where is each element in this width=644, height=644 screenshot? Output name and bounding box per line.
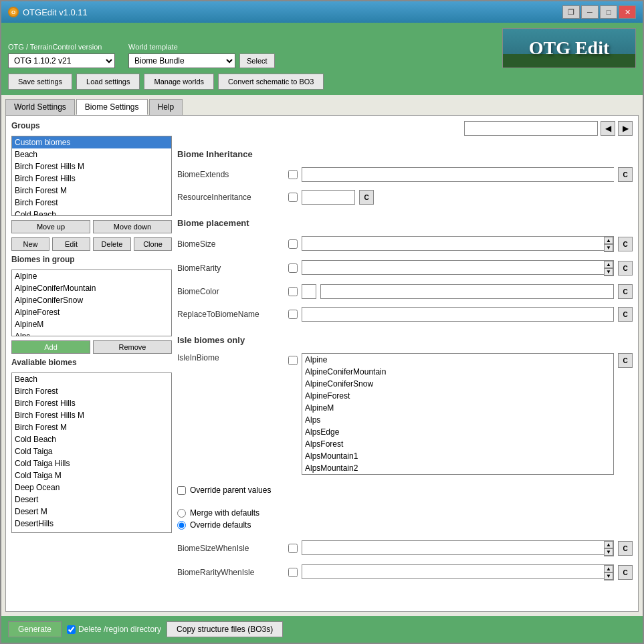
list-item[interactable]: Desert M	[12, 506, 171, 518]
list-item[interactable]: Cold Beach	[12, 433, 171, 445]
biome-rarity-down-button[interactable]: ▼	[604, 268, 613, 276]
list-item[interactable]: Beach	[12, 373, 171, 385]
list-item[interactable]: Birch Forest Hills M	[12, 160, 171, 173]
biome-size-up-button[interactable]: ▲	[604, 237, 613, 244]
biome-rarity-isle-input[interactable]	[302, 564, 604, 579]
prev-button[interactable]: ◀	[601, 121, 615, 136]
tab-world-settings[interactable]: World Settings	[5, 99, 75, 115]
close-button[interactable]: ✕	[619, 5, 636, 19]
new-button[interactable]: New	[11, 237, 49, 251]
list-item[interactable]: Birch Forest M	[12, 421, 171, 433]
delete-checkbox[interactable]	[67, 625, 76, 634]
biome-color-checkbox[interactable]	[288, 287, 298, 296]
override-parent-checkbox[interactable]	[177, 486, 186, 495]
search-input[interactable]	[464, 121, 598, 136]
convert-button[interactable]: Convert schematic to BO3	[218, 74, 324, 90]
replace-biome-c-button[interactable]: C	[618, 307, 633, 322]
world-template-select[interactable]: Biome Bundle	[128, 53, 235, 68]
list-item[interactable]: Extreme Hills	[12, 530, 171, 533]
add-button[interactable]: Add	[11, 340, 90, 354]
biome-rarity-isle-checkbox[interactable]	[288, 568, 298, 577]
list-item[interactable]: AlpineM	[302, 402, 613, 414]
replace-biome-input[interactable]	[302, 307, 614, 322]
list-item[interactable]: Deep Ocean	[12, 481, 171, 494]
biome-size-isle-c-button[interactable]: C	[618, 541, 633, 556]
list-item[interactable]: AlpineConiferSnow	[302, 378, 613, 390]
list-item[interactable]: AlpineM	[12, 318, 171, 330]
biome-rarity-isle-c-button[interactable]: C	[618, 565, 633, 580]
biome-size-isle-down-button[interactable]: ▼	[604, 548, 613, 556]
biome-size-down-button[interactable]: ▼	[604, 244, 613, 251]
maximize-button[interactable]: □	[600, 5, 617, 19]
list-item[interactable]: Birch Forest	[12, 385, 171, 397]
list-item[interactable]: Alps	[302, 414, 613, 426]
biome-rarity-isle-up-button[interactable]: ▲	[604, 565, 613, 572]
biome-rarity-c-button[interactable]: C	[618, 261, 633, 276]
biome-rarity-checkbox[interactable]	[288, 263, 298, 273]
isle-biome-list[interactable]: Alpine AlpineConiferMountain AlpineConif…	[302, 353, 614, 475]
minimize-button[interactable]: ─	[581, 5, 599, 19]
list-item[interactable]: Alpine	[12, 270, 171, 282]
copy-button[interactable]: Copy structure files (BO3s)	[167, 621, 283, 637]
list-item[interactable]: AlpsForest	[302, 438, 613, 450]
biome-size-isle-input[interactable]	[302, 540, 604, 555]
groups-list[interactable]: Custom biomes Beach Birch Forest Hills M…	[11, 136, 172, 216]
list-item[interactable]: Birch Forest Hills M	[12, 409, 171, 421]
list-item[interactable]: Alpine	[302, 354, 613, 366]
merge-defaults-radio[interactable]	[177, 509, 186, 518]
list-item[interactable]: Birch Forest	[12, 197, 171, 209]
manage-worlds-button[interactable]: Manage worlds	[144, 74, 214, 90]
list-item[interactable]: AlpsMountain2	[302, 462, 613, 474]
otg-version-select[interactable]: OTG 1.10.2 v21	[8, 53, 115, 68]
tab-biome-settings[interactable]: Biome Settings	[76, 99, 148, 115]
biomes-in-group-list[interactable]: Alpine AlpineConiferMountain AlpineConif…	[11, 270, 172, 336]
list-item[interactable]: AlpineForest	[12, 306, 171, 318]
list-item[interactable]: Cold Taiga M	[12, 469, 171, 481]
generate-button[interactable]: Generate	[8, 621, 62, 637]
biome-size-isle-checkbox[interactable]	[288, 544, 298, 553]
restore-button[interactable]: ❐	[562, 5, 580, 19]
biome-size-checkbox[interactable]	[288, 239, 298, 249]
tab-help[interactable]: Help	[149, 99, 183, 115]
biome-extends-c-button[interactable]: C	[618, 167, 633, 182]
list-item[interactable]: Birch Forest Hills	[12, 397, 171, 409]
list-item[interactable]: Beach	[12, 148, 171, 160]
move-down-button[interactable]: Move down	[93, 220, 172, 233]
list-item[interactable]: DesertHills	[12, 518, 171, 530]
biome-size-input[interactable]	[302, 236, 604, 251]
list-item[interactable]: Birch Forest M	[12, 185, 171, 197]
list-item[interactable]: Cold Taiga Hills	[12, 457, 171, 469]
override-defaults-radio[interactable]	[177, 521, 186, 530]
list-item[interactable]: Cold Taiga	[12, 445, 171, 457]
select-button[interactable]: Select	[239, 53, 275, 68]
next-button[interactable]: ▶	[618, 121, 633, 136]
isle-in-biome-checkbox[interactable]	[288, 356, 298, 365]
biome-color-input[interactable]	[320, 284, 614, 299]
resource-inheritance-c-button[interactable]: C	[359, 190, 374, 205]
biome-extends-input[interactable]	[302, 167, 614, 182]
move-up-button[interactable]: Move up	[11, 220, 90, 233]
remove-button[interactable]: Remove	[93, 340, 172, 354]
biome-rarity-up-button[interactable]: ▲	[604, 261, 613, 268]
load-settings-button[interactable]: Load settings	[76, 74, 140, 90]
biome-size-isle-up-button[interactable]: ▲	[604, 541, 613, 548]
resource-inheritance-checkbox[interactable]	[288, 193, 298, 202]
save-settings-button[interactable]: Save settings	[8, 74, 72, 90]
resource-inheritance-input[interactable]	[302, 190, 355, 205]
list-item[interactable]: Cold Beach	[12, 209, 171, 216]
list-item[interactable]: AlpsMountain1	[302, 450, 613, 462]
list-item[interactable]: AlpineConiferMountain	[302, 366, 613, 378]
isle-in-biome-c-button[interactable]: C	[618, 353, 633, 368]
biome-color-swatch[interactable]	[302, 284, 316, 299]
list-item[interactable]: AlpineForest	[302, 390, 613, 402]
biome-color-c-button[interactable]: C	[618, 284, 633, 299]
list-item[interactable]: AlpineConiferSnow	[12, 294, 171, 306]
delete-button[interactable]: Delete	[93, 237, 131, 251]
clone-button[interactable]: Clone	[134, 237, 172, 251]
list-item[interactable]: Birch Forest Hills	[12, 173, 171, 185]
list-item[interactable]: AlpineConiferMountain	[12, 282, 171, 294]
list-item[interactable]: Custom biomes	[12, 136, 171, 148]
biome-rarity-isle-down-button[interactable]: ▼	[604, 572, 613, 580]
replace-biome-checkbox[interactable]	[288, 310, 298, 319]
biome-size-c-button[interactable]: C	[618, 237, 633, 251]
